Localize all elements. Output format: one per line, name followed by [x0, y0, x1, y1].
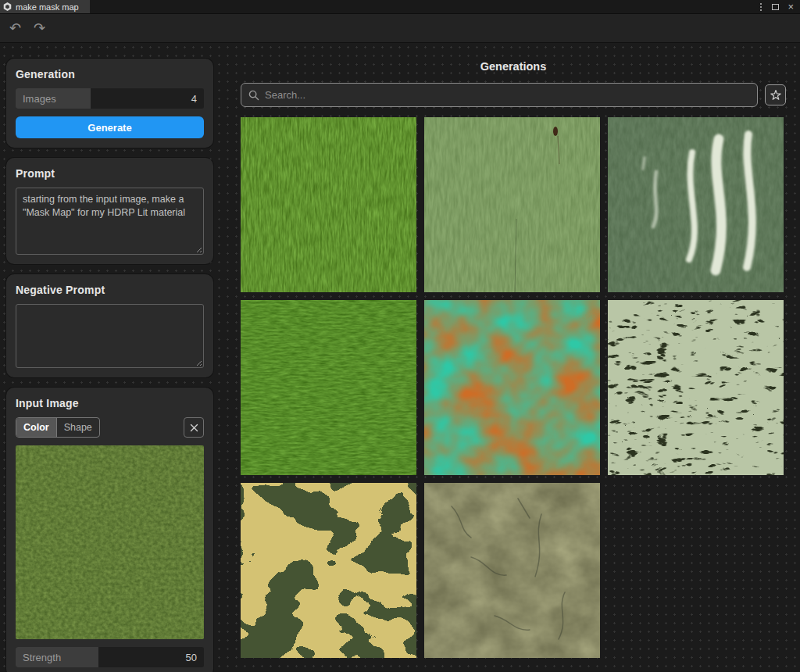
generation-thumbnail-7[interactable]: [241, 483, 416, 658]
negative-prompt-panel: Negative Prompt: [6, 274, 213, 377]
strength-value: 50: [186, 652, 197, 663]
search-input[interactable]: [241, 84, 757, 106]
images-label: Images: [23, 93, 56, 105]
app-window: make mask map × ↶ ↷: [0, 0, 800, 671]
sidebar: Generation Images 4 Generate Prompt star…: [6, 59, 213, 672]
generations-grid: [241, 117, 786, 658]
strength-label: Strength: [23, 652, 61, 663]
titlebar: make mask map ×: [0, 0, 800, 14]
generation-panel: Generation Images 4 Generate: [6, 59, 213, 148]
generation-thumbnail-6[interactable]: [608, 300, 784, 475]
prompt-title: Prompt: [16, 167, 204, 180]
generations-heading: Generations: [241, 60, 786, 73]
generation-thumbnail-2[interactable]: [424, 117, 600, 292]
generation-thumbnail-3[interactable]: [608, 117, 784, 292]
negative-prompt-input[interactable]: [16, 304, 204, 368]
maximize-icon[interactable]: [772, 4, 779, 10]
main-area: Generation Images 4 Generate Prompt star…: [0, 43, 800, 671]
generation-title: Generation: [16, 68, 204, 80]
input-image-panel: Input Image Color Shape: [6, 388, 213, 672]
strength-field[interactable]: Strength 50: [16, 647, 204, 667]
redo-button[interactable]: ↷: [34, 21, 45, 35]
prompt-input[interactable]: starting from the input image, make a "M…: [16, 188, 204, 255]
remove-input-image-button[interactable]: [184, 417, 204, 438]
window-tab[interactable]: make mask map: [0, 0, 90, 13]
star-icon: [770, 89, 782, 102]
generation-thumbnail-8[interactable]: [424, 483, 600, 658]
window-title: make mask map: [16, 2, 79, 12]
search-box: [241, 83, 758, 107]
input-image-thumbnail[interactable]: [16, 445, 204, 639]
input-image-title: Input Image: [16, 397, 204, 409]
images-value: 4: [191, 93, 197, 105]
negative-prompt-title: Negative Prompt: [16, 284, 204, 296]
close-icon[interactable]: ×: [788, 2, 794, 12]
unity-icon: [3, 2, 12, 11]
toolbar: ↶ ↷: [0, 14, 800, 43]
generation-thumbnail-4[interactable]: [241, 300, 416, 475]
generation-thumbnail-1[interactable]: [241, 117, 416, 292]
tab-color[interactable]: Color: [16, 418, 56, 437]
input-mode-segmented-control: Color Shape: [16, 417, 100, 438]
favorites-button[interactable]: [765, 84, 786, 105]
tab-shape[interactable]: Shape: [56, 418, 99, 437]
menu-icon[interactable]: [759, 2, 763, 13]
undo-button[interactable]: ↶: [9, 21, 21, 35]
generate-button[interactable]: Generate: [16, 116, 204, 138]
window-controls: ×: [759, 0, 800, 13]
prompt-panel: Prompt starting from the input image, ma…: [6, 158, 213, 264]
generations-section: Generations: [241, 60, 786, 658]
images-count-field[interactable]: Images 4: [16, 88, 204, 109]
generation-thumbnail-5[interactable]: [424, 300, 600, 475]
close-icon: [190, 424, 198, 432]
